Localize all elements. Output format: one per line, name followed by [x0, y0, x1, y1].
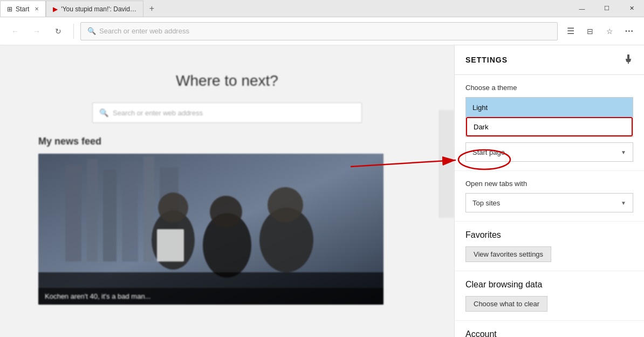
- settings-favorites-section: Favorites View favorites settings: [455, 222, 644, 271]
- svg-point-11: [210, 196, 242, 228]
- news-section: My news feed: [38, 136, 416, 305]
- settings-clear-section: Clear browsing data Choose what to clear: [455, 271, 644, 321]
- address-search-icon: 🔍: [87, 27, 96, 35]
- theme-option-light[interactable]: Light: [466, 98, 633, 117]
- tab-article-icon: ▶: [53, 5, 58, 13]
- tab-start[interactable]: ⊞ Start ✕: [0, 1, 46, 17]
- open-page-value: Start page: [472, 148, 505, 156]
- news-image: Kochen aren't 40, it's a bad man...: [38, 154, 383, 305]
- more-icon: ⋯: [625, 26, 634, 36]
- svg-point-9: [158, 192, 188, 223]
- view-favorites-button[interactable]: View favorites settings: [465, 246, 551, 262]
- new-tabs-arrow: ▼: [621, 200, 626, 206]
- tab-article-label: 'You stupid man!': David Ko: [61, 5, 136, 13]
- settings-theme-section: Choose a theme Light Dark Start page ▼: [455, 75, 644, 171]
- svg-rect-4: [103, 170, 117, 262]
- settings-panel: SETTINGS Choose a theme Light Dark: [454, 45, 644, 337]
- window-controls: — ☐ ✕: [570, 0, 644, 17]
- favorites-icon: ☆: [606, 27, 613, 36]
- svg-marker-17: [626, 59, 631, 63]
- new-tab-button[interactable]: +: [143, 1, 160, 17]
- refresh-icon: ↻: [55, 27, 61, 36]
- settings-account-section: Account Account settings: [455, 321, 644, 337]
- hub-button[interactable]: ☰: [562, 23, 579, 40]
- settings-header: SETTINGS: [455, 45, 644, 75]
- theme-option-dark[interactable]: Dark: [466, 117, 633, 136]
- theme-options: Light Dark: [465, 97, 633, 137]
- tab-start-icon: ⊞: [7, 5, 12, 13]
- new-tab-page: Where to next? 🔍 Search or enter web add…: [0, 45, 454, 305]
- tab-area: ⊞ Start ✕ ▶ 'You stupid man!': David Ko …: [0, 0, 570, 17]
- maximize-button[interactable]: ☐: [594, 0, 619, 17]
- hub-icon: ☰: [567, 26, 574, 36]
- svg-rect-14: [157, 229, 184, 262]
- favorites-button[interactable]: ☆: [601, 23, 618, 40]
- news-image-svg: [38, 154, 383, 305]
- account-label: Account: [465, 329, 633, 337]
- favorites-label: Favorites: [465, 230, 633, 240]
- toolbar-icons: ☰ ⊟ ☆ ⋯: [562, 23, 638, 40]
- search-bar-placeholder: Search or enter web address: [113, 109, 203, 117]
- search-bar-icon: 🔍: [99, 108, 108, 117]
- new-tabs-label: Open new tabs with: [465, 180, 633, 188]
- tab-article[interactable]: ▶ 'You stupid man!': David Ko: [46, 1, 143, 17]
- svg-rect-3: [87, 159, 98, 262]
- settings-new-tabs-section: Open new tabs with Top sites ▼: [455, 171, 644, 222]
- back-icon: ←: [11, 27, 19, 36]
- open-page-arrow: ▼: [621, 149, 626, 155]
- toolbar-separator: [73, 24, 74, 39]
- reading-view-button[interactable]: ⊟: [581, 23, 599, 40]
- settings-pin-button[interactable]: [624, 54, 633, 66]
- settings-title: SETTINGS: [465, 56, 508, 64]
- toolbar: ← → ↻ 🔍 Search or enter web address ☰ ⊟ …: [0, 17, 644, 45]
- address-text: Search or enter web address: [99, 27, 189, 35]
- side-widgets: [439, 110, 454, 218]
- forward-icon: →: [33, 27, 40, 36]
- news-caption: Kochen aren't 40, it's a bad man...: [38, 288, 383, 305]
- more-button[interactable]: ⋯: [620, 23, 638, 40]
- tab-start-close[interactable]: ✕: [35, 6, 39, 12]
- svg-rect-16: [627, 54, 629, 59]
- address-bar[interactable]: 🔍 Search or enter web address: [80, 22, 558, 40]
- close-button[interactable]: ✕: [619, 0, 644, 17]
- reading-view-icon: ⊟: [587, 27, 593, 36]
- new-tabs-dropdown[interactable]: Top sites ▼: [465, 193, 633, 212]
- clear-label: Clear browsing data: [465, 280, 633, 290]
- choose-what-to-clear-button[interactable]: Choose what to clear: [465, 296, 547, 312]
- titlebar: ⊞ Start ✕ ▶ 'You stupid man!': David Ko …: [0, 0, 644, 17]
- forward-button[interactable]: →: [28, 23, 45, 40]
- main-area: Where to next? 🔍 Search or enter web add…: [0, 45, 644, 337]
- news-section-title: My news feed: [38, 136, 416, 147]
- svg-rect-2: [65, 164, 81, 262]
- refresh-button[interactable]: ↻: [50, 23, 67, 40]
- minimize-button[interactable]: —: [570, 0, 594, 17]
- open-page-dropdown[interactable]: Start page ▼: [465, 142, 633, 162]
- svg-rect-5: [122, 162, 138, 262]
- back-button[interactable]: ←: [6, 23, 24, 40]
- browser-content: Where to next? 🔍 Search or enter web add…: [0, 45, 454, 337]
- tab-start-label: Start: [16, 5, 29, 13]
- theme-label: Choose a theme: [465, 84, 633, 92]
- search-bar[interactable]: 🔍 Search or enter web address: [92, 102, 362, 123]
- new-tab-title: Where to next?: [176, 72, 278, 90]
- svg-point-13: [268, 187, 303, 223]
- pin-icon: [624, 54, 633, 64]
- new-tabs-value: Top sites: [472, 199, 500, 207]
